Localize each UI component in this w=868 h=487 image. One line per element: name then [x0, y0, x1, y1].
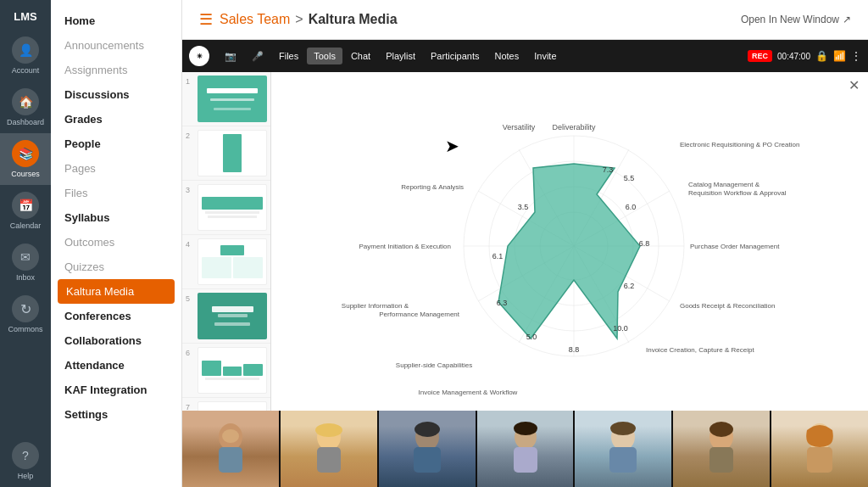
top-bar: ☰ Sales Team > Kaltura Media Open In New… [182, 0, 868, 40]
slide-thumb-3[interactable]: 3 [182, 181, 270, 235]
sidebar-item-courses[interactable]: 📚 Courses [0, 133, 51, 185]
nav-settings[interactable]: Settings [51, 402, 181, 427]
slide-image-3 [198, 184, 267, 231]
chat-button[interactable]: Chat [344, 48, 377, 64]
slide-thumb-1[interactable]: 1 [182, 72, 270, 126]
breadcrumb: ☰ Sales Team > Kaltura Media [199, 10, 398, 29]
menu-icon[interactable]: ☰ [199, 10, 213, 29]
breadcrumb-parent[interactable]: Sales Team [220, 12, 290, 27]
slide-thumb-7[interactable]: 7 [182, 398, 270, 411]
nav-home[interactable]: Home [51, 8, 181, 33]
nav-conferences[interactable]: Conferences [51, 304, 181, 328]
slide-image-5 [198, 293, 267, 339]
nav-announcements[interactable]: Announcements [51, 33, 181, 58]
files-label: Files [279, 51, 298, 61]
svg-point-57 [610, 422, 636, 435]
svg-text:3.5: 3.5 [518, 203, 529, 211]
svg-point-48 [315, 423, 342, 437]
help-icon: ? [12, 442, 39, 469]
sidebar-item-calendar[interactable]: 📅 Calendar [0, 185, 51, 237]
mic-button[interactable]: 🎤 [245, 48, 270, 65]
svg-text:8.8: 8.8 [569, 345, 580, 354]
svg-rect-62 [807, 447, 832, 473]
participants-button[interactable]: Participants [424, 48, 486, 64]
nav-assignments[interactable]: Assignments [51, 58, 181, 82]
mic-icon: 🎤 [252, 51, 264, 62]
slide-image-1 [198, 76, 267, 122]
sidebar-item-help[interactable]: ? Help [0, 435, 51, 487]
participants-label: Participants [431, 51, 479, 61]
nav-quizzes[interactable]: Quizzes [51, 255, 181, 279]
svg-point-45 [222, 429, 239, 443]
slide-thumbnails-panel: 1 2 3 [182, 72, 271, 411]
svg-text:Supplier-side Capabilities: Supplier-side Capabilities [396, 361, 472, 369]
close-button[interactable]: ✕ [849, 77, 860, 93]
video-toolbar: ✳ 📷 🎤 Files Tools Chat Playlist Particip… [182, 40, 868, 72]
calendar-icon: 📅 [12, 192, 39, 219]
nav-kaltura-media[interactable]: Kaltura Media [58, 279, 175, 304]
svg-text:Performance Management: Performance Management [379, 311, 459, 318]
participant-3 [379, 411, 477, 487]
camera-button[interactable]: 📷 [218, 48, 243, 65]
sidebar-item-dashboard[interactable]: 🏠 Dashboard [0, 81, 51, 133]
sidebar-item-inbox[interactable]: ✉ Inbox [0, 237, 51, 288]
svg-text:Supplier Information &: Supplier Information & [342, 302, 409, 310]
timer: 00:47:00 [777, 52, 810, 61]
slide-image-2 [198, 130, 267, 176]
slide-thumb-6[interactable]: 6 [182, 344, 270, 398]
slide-thumb-2[interactable]: 2 [182, 126, 270, 181]
nav-collaborations[interactable]: Collaborations [51, 328, 181, 353]
invite-button[interactable]: Invite [527, 48, 563, 64]
svg-text:5.5: 5.5 [624, 174, 635, 182]
svg-text:6.1: 6.1 [492, 252, 504, 260]
camera-icon: 📷 [225, 51, 236, 62]
svg-text:10.0: 10.0 [613, 324, 628, 333]
svg-text:Catalog Management &: Catalog Management & [688, 181, 760, 188]
radar-svg: 7.3 5.5 6.0 6.8 6.2 10.0 8.8 5.0 6.3 6.1… [324, 81, 815, 403]
participant-1 [182, 411, 281, 487]
slide-thumb-5[interactable]: 5 [182, 289, 270, 344]
tools-button[interactable]: Tools [307, 48, 342, 64]
radar-chart: 7.3 5.5 6.0 6.8 6.2 10.0 8.8 5.0 6.3 6.1… [271, 72, 868, 411]
commons-icon: ↻ [12, 295, 39, 322]
playlist-button[interactable]: Playlist [379, 48, 422, 64]
account-label: Account [12, 66, 40, 75]
help-label: Help [18, 472, 34, 480]
nav-attendance[interactable]: Attendance [51, 353, 181, 378]
sidebar-item-account[interactable]: 👤 Account [0, 30, 51, 81]
svg-rect-44 [219, 447, 242, 473]
lms-logo: LMS [14, 0, 36, 30]
signal-icon: 📶 [833, 50, 846, 62]
svg-point-51 [415, 422, 440, 437]
more-menu-icon[interactable]: ⋮ [851, 50, 861, 62]
svg-text:Goods Receipt & Reconciliation: Goods Receipt & Reconciliation [680, 302, 776, 310]
video-container: ✳ 📷 🎤 Files Tools Chat Playlist Particip… [182, 40, 868, 487]
nav-pages[interactable]: Pages [51, 156, 181, 181]
svg-text:6.8: 6.8 [639, 239, 650, 248]
svg-text:Reporting & Analysis: Reporting & Analysis [401, 183, 464, 191]
inbox-label: Inbox [16, 273, 35, 282]
nav-files[interactable]: Files [51, 181, 181, 205]
svg-marker-17 [498, 164, 640, 339]
nav-grades[interactable]: Grades [51, 107, 181, 132]
files-button[interactable]: Files [272, 48, 305, 64]
participant-6 [673, 411, 771, 487]
svg-text:Requisition Workflow & Approva: Requisition Workflow & Approval [688, 189, 787, 197]
svg-text:6.3: 6.3 [497, 299, 508, 307]
course-nav: Home Announcements Assignments Discussio… [51, 0, 182, 487]
open-in-new-window-button[interactable]: Open In New Window ↗ [741, 14, 851, 25]
notes-button[interactable]: Notes [488, 48, 526, 64]
svg-text:6.0: 6.0 [626, 203, 637, 211]
nav-syllabus[interactable]: Syllabus [51, 205, 181, 230]
video-main: ➤ 1 2 [182, 72, 868, 411]
nav-outcomes[interactable]: Outcomes [51, 230, 181, 255]
nav-discussions[interactable]: Discussions [51, 82, 181, 107]
svg-text:Invoice Creation, Capture & Re: Invoice Creation, Capture & Receipt [646, 346, 754, 354]
calendar-label: Calendar [10, 221, 42, 230]
courses-label: Courses [11, 170, 40, 178]
nav-people[interactable]: People [51, 132, 181, 156]
svg-text:Versatility: Versatility [503, 123, 536, 132]
sidebar-item-commons[interactable]: ↻ Commons [0, 288, 51, 340]
slide-thumb-4[interactable]: 4 [182, 235, 270, 289]
nav-kaf-integration[interactable]: KAF Integration [51, 378, 181, 402]
